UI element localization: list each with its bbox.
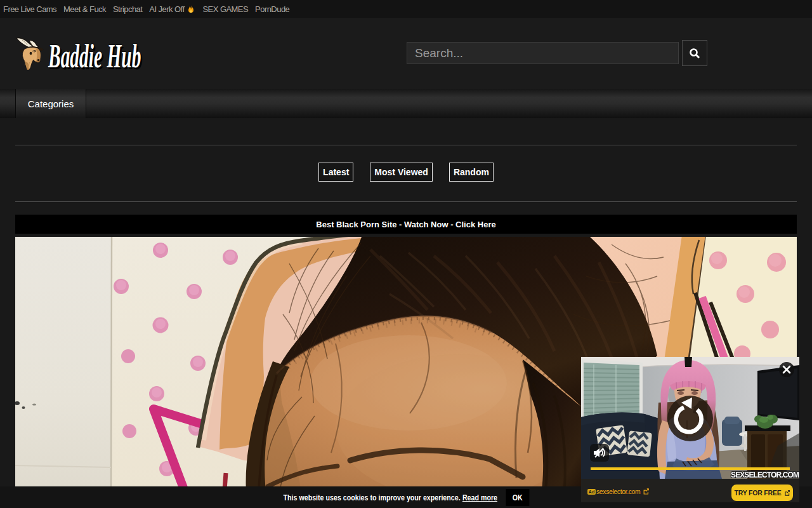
svg-text:Baddie Hub: Baddie Hub xyxy=(48,37,141,74)
